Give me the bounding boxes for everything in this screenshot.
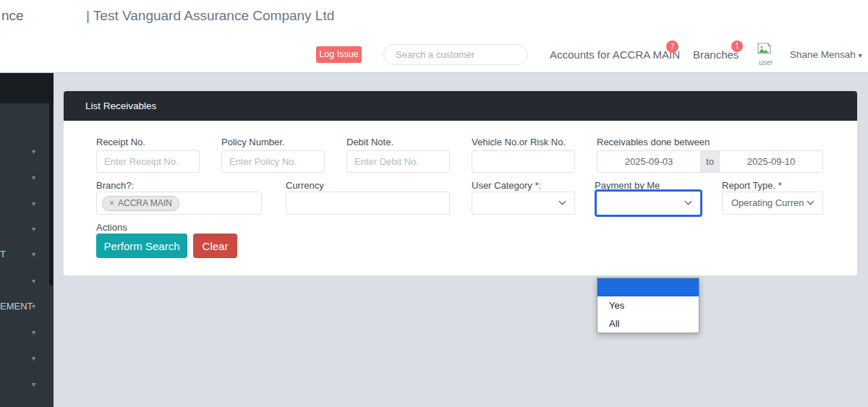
sidebar-item[interactable]: ▾ [0, 327, 54, 340]
branch-tag: ×ACCRA MAIN [102, 196, 179, 211]
chevron-down-icon: ▾ [32, 277, 35, 285]
panel-header: List Receivables [64, 91, 857, 121]
accounts-notification-badge: 7 [666, 40, 678, 53]
chevron-down-icon: ▾ [32, 250, 35, 258]
date-to-input[interactable] [720, 151, 822, 172]
report-type-label: Report Type. * [722, 180, 782, 191]
chevron-down-icon: ▾ [32, 380, 35, 388]
top-header: nce | Test Vanguard Assurance Company Lt… [0, 0, 868, 73]
perform-search-button[interactable]: Perform Search [96, 234, 187, 258]
currency-input[interactable] [286, 192, 450, 215]
chevron-down-icon: ▾ [32, 147, 35, 155]
branch-label: Branch?: [96, 180, 134, 191]
chevron-down-icon: ▾ [32, 225, 35, 233]
sidebar-item[interactable]: ▾ [0, 275, 54, 288]
avatar-alt-text: user [759, 59, 773, 67]
vehicle-risk-input[interactable] [472, 150, 575, 173]
report-type-select[interactable]: Operating Curren [722, 192, 823, 215]
branches-notification-badge: 1 [731, 40, 743, 52]
app-screen: nce | Test Vanguard Assurance Company Lt… [0, 0, 868, 407]
debit-note-input[interactable] [346, 150, 450, 173]
receipt-label: Receipt No. [96, 137, 145, 147]
date-range-label: Receivables done between [597, 137, 710, 147]
chevron-down-icon: ▾ [32, 328, 35, 336]
chevron-down-icon [685, 198, 692, 205]
content-area: ▾ ▾ ▾ ▾ T▾ ▾ EMENT▾ ▾ ▾ ▾ List Receivabl… [0, 73, 868, 407]
user-avatar[interactable]: user [757, 43, 778, 69]
policy-label: Policy Number. [221, 137, 284, 147]
dropdown-option-all[interactable]: All [597, 314, 699, 333]
user-name: Shane Mensah [790, 49, 856, 60]
chevron-down-icon: ▾ [32, 354, 35, 362]
sidebar-item[interactable]: ▾ [0, 172, 54, 185]
chevron-down-icon [559, 198, 566, 205]
sidebar-top-block [0, 73, 54, 103]
sidebar-item[interactable]: T▾ [0, 249, 54, 262]
panel-title: List Receivables [85, 91, 156, 121]
payment-by-me-dropdown: Yes All [597, 278, 699, 333]
sidebar-item[interactable]: EMENT▾ [0, 301, 54, 314]
vehicle-risk-label: Vehicle No.or Risk No. [472, 137, 566, 147]
branch-multiselect[interactable]: ×ACCRA MAIN [96, 192, 262, 215]
dropdown-option-yes[interactable]: Yes [597, 296, 699, 314]
remove-tag-icon[interactable]: × [109, 198, 114, 208]
date-range-separator: to [700, 151, 720, 172]
user-category-label: User Category *: [472, 180, 541, 191]
company-title: | Test Vanguard Assurance Company Ltd [86, 8, 334, 24]
user-category-select[interactable] [472, 192, 575, 215]
clear-button[interactable]: Clear [193, 234, 237, 258]
actions-label: Actions [96, 222, 127, 233]
date-range-group: to [597, 150, 823, 173]
sidebar-item[interactable]: ▾ [0, 198, 54, 211]
chevron-down-icon: ▾ [32, 200, 35, 207]
date-from-input[interactable] [597, 151, 700, 172]
receipt-input[interactable] [96, 150, 200, 173]
nav-accounts-link[interactable]: Accounts for ACCRA MAIN [550, 48, 680, 61]
user-menu[interactable]: Shane Mensah▾ [790, 49, 862, 60]
sidebar: ▾ ▾ ▾ ▾ T▾ ▾ EMENT▾ ▾ ▾ ▾ [0, 73, 54, 407]
chevron-down-icon: ▾ [32, 302, 35, 310]
customer-search-input[interactable] [383, 44, 528, 65]
policy-input[interactable] [221, 150, 325, 173]
currency-label: Currency [286, 180, 324, 191]
brand-text-fragment: nce [1, 8, 24, 24]
chevron-down-icon [807, 198, 814, 205]
sidebar-item[interactable]: ▾ [0, 353, 54, 366]
list-receivables-panel: List Receivables Receipt No. Policy Numb… [64, 91, 857, 275]
sidebar-item[interactable]: ▾ [0, 379, 54, 392]
chevron-down-icon: ▾ [859, 51, 862, 59]
dropdown-option-empty[interactable] [597, 278, 699, 296]
branch-tag-label: ACCRA MAIN [118, 198, 172, 208]
nav-branches-link[interactable]: Branches [693, 48, 739, 61]
debit-note-label: Debit Note. [346, 137, 393, 147]
sidebar-item[interactable]: ▾ [0, 223, 54, 236]
payment-by-me-select[interactable] [595, 189, 702, 217]
sidebar-item[interactable]: ▾ [0, 146, 54, 159]
chevron-down-icon: ▾ [32, 173, 35, 181]
log-issue-button[interactable]: Log Issue [316, 46, 362, 63]
